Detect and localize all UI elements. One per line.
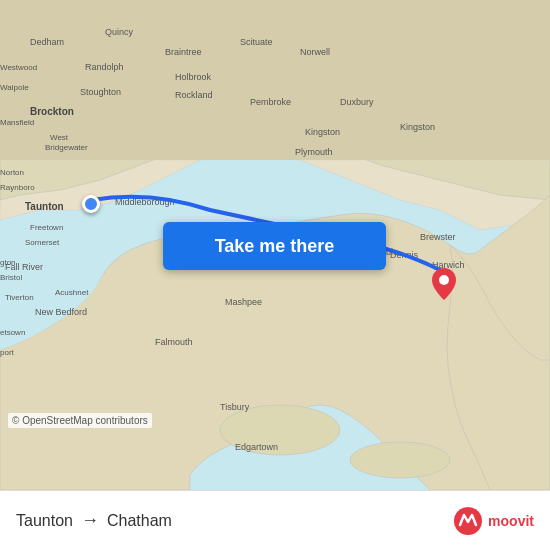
svg-text:Plymouth: Plymouth — [295, 147, 333, 157]
svg-text:Kingston: Kingston — [400, 122, 435, 132]
svg-text:West: West — [50, 133, 69, 142]
svg-text:New Bedford: New Bedford — [35, 307, 87, 317]
svg-text:Tisbury: Tisbury — [220, 402, 250, 412]
svg-text:Taunton: Taunton — [25, 201, 64, 212]
svg-text:port: port — [0, 348, 15, 357]
map-container: Dedham Quincy Braintree Scituate Norwell… — [0, 0, 550, 490]
origin-label: Taunton — [16, 512, 73, 530]
svg-text:Brewster: Brewster — [420, 232, 456, 242]
moovit-icon — [452, 505, 484, 537]
svg-text:Edgartown: Edgartown — [235, 442, 278, 452]
moovit-label: moovit — [488, 513, 534, 529]
svg-text:Fall River: Fall River — [5, 262, 43, 272]
footer: Taunton → Chatham moovit — [0, 490, 550, 550]
svg-text:Pembroke: Pembroke — [250, 97, 291, 107]
take-me-there-button[interactable]: Take me there — [163, 222, 386, 270]
arrow-icon: → — [81, 510, 99, 531]
svg-text:Randolph: Randolph — [85, 62, 124, 72]
origin-marker — [82, 195, 100, 213]
svg-text:Mashpee: Mashpee — [225, 297, 262, 307]
destination-label: Chatham — [107, 512, 172, 530]
svg-text:Norton: Norton — [0, 168, 24, 177]
svg-text:Rockland: Rockland — [175, 90, 213, 100]
svg-text:Quincy: Quincy — [105, 27, 134, 37]
svg-text:Mansfield: Mansfield — [0, 118, 34, 127]
svg-text:Raynboro: Raynboro — [0, 183, 35, 192]
map-attribution: © OpenStreetMap contributors — [8, 413, 152, 428]
svg-text:Freetown: Freetown — [30, 223, 63, 232]
svg-rect-3 — [0, 0, 550, 160]
svg-point-51 — [439, 275, 449, 285]
svg-text:Somerset: Somerset — [25, 238, 60, 247]
svg-text:Holbrook: Holbrook — [175, 72, 212, 82]
svg-text:Braintree: Braintree — [165, 47, 202, 57]
svg-text:Brockton: Brockton — [30, 106, 74, 117]
footer-route: Taunton → Chatham — [16, 510, 172, 531]
svg-text:Kingston: Kingston — [305, 127, 340, 137]
svg-text:Bristol: Bristol — [0, 273, 22, 282]
svg-text:Bridgewater: Bridgewater — [45, 143, 88, 152]
svg-text:Duxbury: Duxbury — [340, 97, 374, 107]
svg-point-6 — [350, 442, 450, 478]
svg-text:Walpole: Walpole — [0, 83, 29, 92]
svg-text:Falmouth: Falmouth — [155, 337, 193, 347]
svg-text:Tiverton: Tiverton — [5, 293, 34, 302]
svg-text:Westwood: Westwood — [0, 63, 37, 72]
svg-text:Acushnet: Acushnet — [55, 288, 89, 297]
svg-text:Scituate: Scituate — [240, 37, 273, 47]
svg-text:Dedham: Dedham — [30, 37, 64, 47]
svg-text:etsown: etsown — [0, 328, 25, 337]
moovit-logo: moovit — [452, 505, 534, 537]
svg-text:Norwell: Norwell — [300, 47, 330, 57]
svg-text:Stoughton: Stoughton — [80, 87, 121, 97]
destination-marker — [432, 268, 456, 304]
